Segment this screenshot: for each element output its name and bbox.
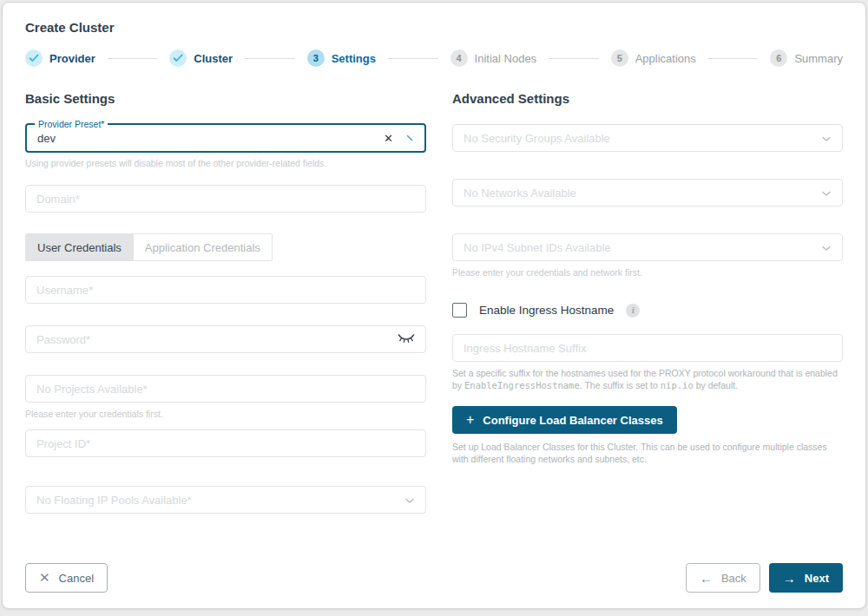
step-cluster[interactable]: Cluster <box>169 49 233 67</box>
step-number-badge: 4 <box>450 49 468 67</box>
step-applications[interactable]: 5 Applications <box>611 49 696 67</box>
cancel-label: Cancel <box>59 572 94 585</box>
step-complete-check-icon <box>169 49 187 67</box>
ipv4-subnets-select[interactable] <box>452 233 843 261</box>
projects-input[interactable] <box>36 383 415 396</box>
floating-ip-pools-input[interactable] <box>36 494 404 507</box>
chevron-down-icon <box>821 130 832 146</box>
step-number-badge: 5 <box>611 49 628 67</box>
clear-icon[interactable]: ✕ <box>384 133 393 144</box>
networks-select[interactable] <box>452 179 843 206</box>
eye-off-icon[interactable] <box>398 331 415 347</box>
back-button[interactable]: ← Back <box>686 563 760 593</box>
back-label: Back <box>721 572 746 585</box>
provider-preset-input[interactable] <box>37 132 384 145</box>
configure-load-balancer-label: Configure Load Balancer Classes <box>483 414 662 427</box>
ingress-hostname-suffix-field[interactable] <box>452 334 843 362</box>
step-label: Summary <box>794 52 843 65</box>
info-icon[interactable]: i <box>626 304 640 318</box>
close-icon: ✕ <box>39 570 50 586</box>
arrow-right-icon: → <box>783 572 796 585</box>
helper-text: by default. <box>694 380 738 390</box>
tab-user-credentials[interactable]: User Credentials <box>25 233 134 261</box>
wizard-footer: ✕ Cancel ← Back → Next <box>25 563 843 593</box>
step-settings[interactable]: 3 Settings <box>307 49 376 67</box>
ingress-hostname-suffix-input[interactable] <box>464 342 832 355</box>
step-complete-check-icon <box>25 49 43 67</box>
projects-field[interactable] <box>25 375 426 403</box>
page-title: Create Cluster <box>25 20 843 35</box>
dropdown-caret-icon[interactable] <box>405 130 414 146</box>
step-connector <box>108 58 158 59</box>
ipv4-subnets-helper: Please enter your credentials and networ… <box>452 266 843 279</box>
step-label: Provider <box>49 52 95 65</box>
password-field[interactable] <box>25 325 426 353</box>
configure-load-balancer-button[interactable]: + Configure Load Balancer Classes <box>452 406 677 434</box>
step-label: Settings <box>332 52 376 65</box>
step-connector <box>245 58 295 59</box>
floating-ip-pools-select[interactable] <box>25 486 426 514</box>
create-cluster-modal: Create Cluster Provider Cluster 3 Settin… <box>2 2 866 609</box>
security-groups-select[interactable] <box>452 124 843 152</box>
projects-helper: Please enter your credentials first. <box>25 408 426 420</box>
domain-input[interactable] <box>36 193 415 206</box>
project-id-field[interactable] <box>25 429 426 457</box>
step-summary[interactable]: 6 Summary <box>770 49 843 67</box>
basic-settings-section: Basic Settings Provider Preset* ✕ Using … <box>25 91 426 563</box>
networks-input[interactable] <box>464 187 821 200</box>
chevron-down-icon <box>821 239 832 255</box>
next-button[interactable]: → Next <box>769 563 843 593</box>
security-groups-input[interactable] <box>464 132 821 145</box>
domain-field[interactable] <box>25 185 426 213</box>
step-number-badge: 6 <box>770 49 787 67</box>
load-balancer-helper: Set up Load Balancer Classes for this Cl… <box>452 441 843 465</box>
step-number-badge: 3 <box>307 49 325 67</box>
chevron-down-icon <box>821 185 832 200</box>
credentials-tabs: User Credentials Application Credentials <box>25 233 426 261</box>
advanced-settings-heading: Advanced Settings <box>452 91 843 106</box>
advanced-settings-section: Advanced Settings Please enter your <box>452 91 843 563</box>
arrow-left-icon: ← <box>700 572 713 585</box>
chevron-down-icon <box>404 492 415 508</box>
step-connector <box>549 58 599 59</box>
project-id-input[interactable] <box>36 437 415 450</box>
enable-ingress-hostname-label: Enable Ingress Hostname <box>479 304 614 317</box>
provider-preset-helper: Using provider presets will disable most… <box>25 157 426 169</box>
username-input[interactable] <box>36 284 415 297</box>
ingress-hostname-suffix-helper: Set a specific suffix for the hostnames … <box>452 367 843 391</box>
basic-settings-heading: Basic Settings <box>25 91 426 106</box>
step-provider[interactable]: Provider <box>25 49 95 67</box>
helper-text: . The suffix is set to <box>580 380 661 390</box>
wizard-stepper: Provider Cluster 3 Settings 4 Initial No… <box>25 49 843 67</box>
enable-ingress-hostname-row: Enable Ingress Hostname i <box>452 303 843 318</box>
provider-preset-field[interactable]: Provider Preset* ✕ <box>25 123 426 153</box>
step-label: Cluster <box>194 52 233 65</box>
plus-icon: + <box>466 413 474 427</box>
ipv4-subnets-input[interactable] <box>464 241 821 254</box>
step-connector <box>388 58 438 59</box>
password-input[interactable] <box>36 333 398 346</box>
step-label: Applications <box>635 52 696 65</box>
provider-preset-label: Provider Preset* <box>35 119 108 129</box>
step-initial-nodes[interactable]: 4 Initial Nodes <box>450 49 537 67</box>
tab-application-credentials[interactable]: Application Credentials <box>134 233 273 261</box>
enable-ingress-hostname-checkbox[interactable] <box>452 303 467 318</box>
username-field[interactable] <box>25 276 426 304</box>
step-label: Initial Nodes <box>475 52 537 65</box>
next-label: Next <box>805 572 829 585</box>
helper-code: EnableIngressHostname <box>464 380 580 390</box>
cancel-button[interactable]: ✕ Cancel <box>25 563 108 593</box>
helper-code: nip.io <box>661 380 694 390</box>
step-connector <box>708 58 759 59</box>
